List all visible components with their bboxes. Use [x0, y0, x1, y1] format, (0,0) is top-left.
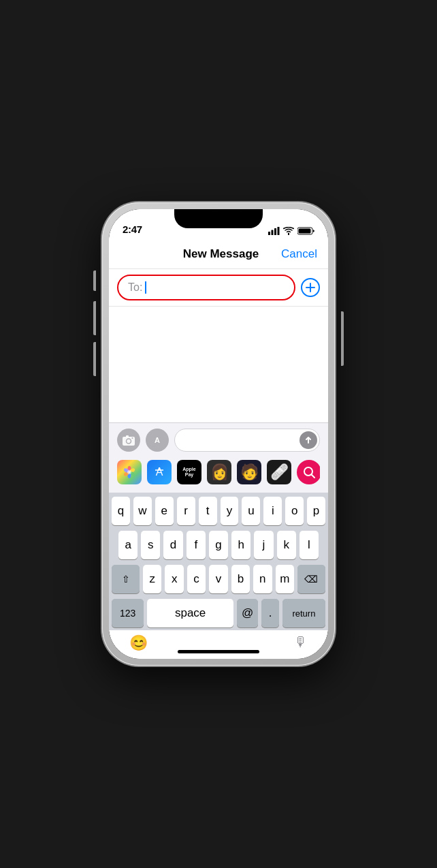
- add-contact-button[interactable]: [301, 278, 320, 297]
- send-button[interactable]: [300, 431, 317, 449]
- keyboard-row-4: 123 space @ . return: [112, 599, 325, 627]
- volume-down-button[interactable]: [93, 342, 96, 376]
- dot-key[interactable]: .: [261, 599, 278, 627]
- camera-button[interactable]: [117, 429, 140, 452]
- emoji-button[interactable]: 😊: [129, 634, 148, 652]
- key-n[interactable]: n: [253, 565, 272, 593]
- key-z[interactable]: z: [143, 565, 161, 593]
- key-q[interactable]: q: [112, 497, 130, 525]
- appstore-button[interactable]: A: [146, 429, 169, 452]
- memoji1-icon[interactable]: 👩: [207, 460, 231, 484]
- key-l[interactable]: l: [300, 531, 319, 559]
- key-y[interactable]: y: [221, 497, 239, 525]
- volume-up-button[interactable]: [93, 301, 96, 335]
- memoji1-emoji: 👩: [210, 463, 229, 481]
- hearts-emoji: 🩹: [270, 463, 289, 481]
- signal-icon: [268, 227, 280, 235]
- message-input[interactable]: [174, 429, 320, 452]
- svg-point-20: [127, 470, 131, 474]
- nav-title: New Message: [183, 247, 259, 261]
- svg-line-23: [312, 475, 315, 478]
- key-a[interactable]: a: [118, 531, 137, 559]
- svg-rect-0: [268, 232, 270, 235]
- keyboard: q w e r t y u i o p a s d f g: [109, 493, 328, 630]
- app-icons-row: A ApplePay 👩 🧑: [117, 457, 320, 487]
- message-input-wrapper: [174, 429, 320, 452]
- at-key[interactable]: @: [237, 599, 259, 627]
- key-r[interactable]: r: [177, 497, 195, 525]
- status-icons: [268, 227, 314, 235]
- photos-app-icon[interactable]: [117, 460, 142, 484]
- wifi-icon: [283, 227, 294, 235]
- shift-key[interactable]: ⇧: [112, 565, 140, 593]
- to-input-field[interactable]: To:: [117, 275, 295, 300]
- key-d[interactable]: d: [163, 531, 182, 559]
- svg-text:A: A: [155, 436, 160, 444]
- message-toolbar: A: [109, 422, 328, 493]
- svg-rect-5: [299, 229, 311, 234]
- key-u[interactable]: u: [242, 497, 260, 525]
- keyboard-row-2: a s d f g h j k l: [112, 531, 325, 559]
- battery-icon: [297, 227, 314, 235]
- home-indicator: [178, 650, 259, 653]
- key-w[interactable]: w: [133, 497, 152, 525]
- to-field-container: To:: [109, 269, 328, 307]
- key-g[interactable]: g: [209, 531, 228, 559]
- notch: [174, 209, 263, 228]
- key-i[interactable]: i: [263, 497, 282, 525]
- keyboard-row-1: q w e r t y u i o p: [112, 497, 325, 525]
- svg-rect-3: [278, 227, 280, 235]
- svg-rect-2: [274, 228, 276, 235]
- text-cursor: [145, 281, 146, 294]
- key-v[interactable]: v: [209, 565, 227, 593]
- memoji2-icon[interactable]: 🧑: [237, 460, 261, 484]
- nav-header: New Message Cancel: [109, 239, 328, 269]
- keyboard-row-3: ⇧ z x c v b n m ⌫: [112, 565, 325, 593]
- key-k[interactable]: k: [277, 531, 296, 559]
- status-time: 2:47: [123, 223, 142, 235]
- phone-frame: 2:47: [102, 202, 335, 666]
- applepay-icon[interactable]: ApplePay: [177, 460, 201, 484]
- key-t[interactable]: t: [199, 497, 217, 525]
- numbers-key[interactable]: 123: [112, 599, 144, 627]
- key-j[interactable]: j: [254, 531, 273, 559]
- key-h[interactable]: h: [231, 531, 250, 559]
- key-f[interactable]: f: [187, 531, 206, 559]
- key-p[interactable]: p: [307, 497, 325, 525]
- hearts-icon[interactable]: 🩹: [267, 460, 291, 484]
- appstore-app-icon[interactable]: A: [147, 460, 172, 484]
- toolbar-top-row: A: [117, 429, 320, 452]
- mic-button[interactable]: 🎙: [294, 634, 308, 650]
- message-body[interactable]: [109, 307, 328, 422]
- appstore-app-icon-img: A: [152, 465, 167, 480]
- delete-key[interactable]: ⌫: [297, 565, 325, 593]
- key-m[interactable]: m: [276, 565, 294, 593]
- to-label: To:: [128, 281, 142, 294]
- send-icon: [304, 436, 312, 444]
- key-x[interactable]: x: [165, 565, 183, 593]
- space-key[interactable]: space: [147, 599, 233, 627]
- camera-icon: [123, 435, 135, 446]
- key-s[interactable]: s: [141, 531, 160, 559]
- photos-icon: [121, 464, 137, 480]
- svg-rect-1: [272, 230, 274, 236]
- plus-icon: [306, 283, 315, 292]
- key-c[interactable]: c: [187, 565, 206, 593]
- phone-screen: 2:47: [109, 209, 328, 659]
- search-icon: [302, 465, 317, 480]
- applepay-label: ApplePay: [182, 467, 195, 478]
- return-key[interactable]: return: [282, 599, 325, 627]
- key-e[interactable]: e: [155, 497, 174, 525]
- bottom-bar: 😊 🎙: [109, 630, 328, 659]
- svg-rect-10: [126, 435, 129, 437]
- memoji2-emoji: 🧑: [240, 463, 259, 481]
- search-app-icon[interactable]: [297, 460, 320, 484]
- svg-point-11: [132, 437, 133, 439]
- power-button[interactable]: [341, 311, 344, 366]
- key-b[interactable]: b: [231, 565, 250, 593]
- silent-switch[interactable]: [93, 270, 96, 291]
- appstore-icon: A: [152, 435, 163, 446]
- screen-content: 2:47: [109, 209, 328, 659]
- key-o[interactable]: o: [285, 497, 304, 525]
- cancel-button[interactable]: Cancel: [281, 247, 317, 261]
